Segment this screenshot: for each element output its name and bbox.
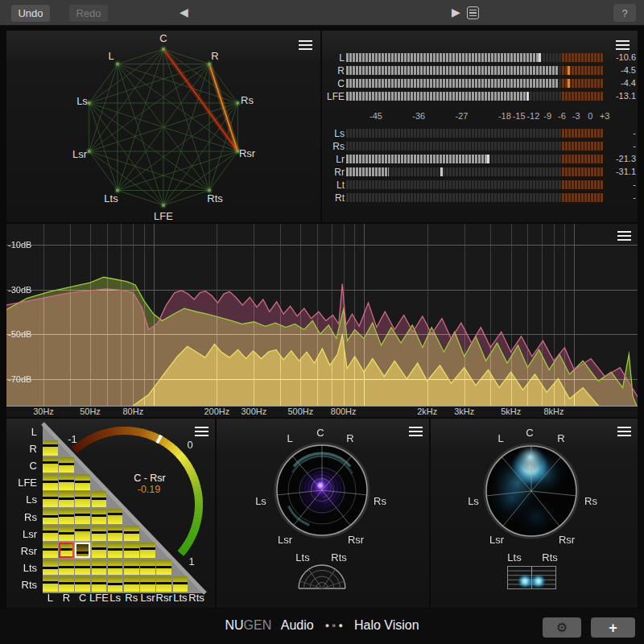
matrix-col-label-Lsr: Lsr bbox=[140, 592, 155, 604]
add-module-button[interactable]: + bbox=[591, 617, 635, 638]
meter-label-Rr: Rr bbox=[322, 167, 345, 178]
meters-menu-icon[interactable] bbox=[616, 40, 630, 50]
meter-bar-LFE bbox=[346, 92, 604, 101]
scope2-menu-icon[interactable] bbox=[617, 427, 631, 436]
matrix-cell-LFE-Rsr[interactable] bbox=[92, 543, 107, 558]
freq-axis-label: 30Hz bbox=[33, 407, 54, 416]
freq-axis-label: 200Hz bbox=[204, 407, 229, 416]
meter-scale-tick: -36 bbox=[412, 111, 425, 121]
db-axis-label: -50dB bbox=[8, 329, 31, 339]
surround-scope-display bbox=[217, 419, 429, 608]
matrix-cell-C-Lsr[interactable] bbox=[75, 526, 90, 541]
matrix-cell-Rs-Rsr[interactable] bbox=[124, 543, 139, 558]
matrix-cell-R-Lts[interactable] bbox=[59, 559, 74, 575]
matrix-cell-Lsr-Rsr[interactable] bbox=[140, 543, 155, 558]
meter-label-Ls: Ls bbox=[322, 128, 345, 139]
matrix-col-label-C: C bbox=[79, 592, 86, 604]
matrix-cell-Lts-Rts[interactable] bbox=[173, 576, 188, 592]
meter-scale-tick: -12 bbox=[526, 111, 539, 121]
meter-bar-Lr bbox=[346, 155, 604, 163]
meter-scale-tick: -18 bbox=[498, 111, 511, 121]
matrix-cell-LFE-Lts[interactable] bbox=[92, 559, 107, 575]
matrix-row-label-Rs: Rs bbox=[6, 511, 37, 523]
matrix-cell-L-Rts[interactable] bbox=[43, 576, 58, 592]
matrix-cell-C-LFE[interactable] bbox=[75, 474, 90, 489]
correlation-matrix: LRCLFELsRsLsrRsrLtsRtsLRCLFELsRsLsrRsrLt… bbox=[6, 419, 215, 608]
matrix-cell-R-Rts[interactable] bbox=[59, 576, 74, 592]
matrix-cell-Lsr-Lts[interactable] bbox=[140, 559, 155, 575]
matrix-cell-Rs-Lts[interactable] bbox=[124, 559, 139, 575]
matrix-cell-R-Rs[interactable] bbox=[59, 509, 74, 524]
matrix-cell-Rs-Rts[interactable] bbox=[124, 576, 139, 592]
meter-value-Rr: -31.1 bbox=[602, 167, 636, 176]
matrix-col-label-Ls: Ls bbox=[109, 592, 121, 604]
matrix-cell-Ls-Lts[interactable] bbox=[108, 559, 123, 575]
freq-axis-label: 500Hz bbox=[287, 407, 313, 416]
meter-value-Rs: - bbox=[602, 141, 636, 151]
matrix-menu-icon[interactable] bbox=[195, 427, 208, 436]
meter-label-L: L bbox=[322, 52, 345, 64]
matrix-cell-R-Ls[interactable] bbox=[59, 491, 74, 506]
matrix-cell-C-Rsr[interactable] bbox=[75, 543, 90, 558]
skip-back-icon[interactable]: ◀ bbox=[180, 6, 188, 19]
matrix-cell-L-R[interactable] bbox=[43, 440, 58, 456]
play-icon[interactable]: ▶ bbox=[452, 6, 460, 19]
matrix-cell-Ls-Rts[interactable] bbox=[108, 576, 123, 592]
matrix-col-label-Rs: Rs bbox=[125, 592, 138, 604]
spectrum-panel: 30Hz50Hz80Hz200Hz300Hz500Hz800Hz2kHz3kHz… bbox=[6, 224, 638, 417]
redo-button[interactable]: Redo bbox=[69, 5, 108, 22]
matrix-cell-LFE-Lsr[interactable] bbox=[92, 526, 107, 541]
meter-value-C: -4.4 bbox=[602, 78, 636, 88]
matrix-cell-Rsr-Lts[interactable] bbox=[156, 559, 171, 575]
matrix-cell-L-Rsr[interactable] bbox=[43, 543, 58, 558]
brand-dot: ● bbox=[325, 621, 329, 630]
matrix-cell-R-LFE[interactable] bbox=[59, 474, 74, 489]
matrix-cell-C-Rts[interactable] bbox=[75, 576, 90, 592]
undo-button[interactable]: Undo bbox=[11, 5, 50, 22]
matrix-cell-C-Rs[interactable] bbox=[75, 509, 90, 524]
freq-axis-label: 5kHz bbox=[501, 407, 521, 416]
db-axis-label: -10dB bbox=[8, 240, 31, 250]
matrix-cell-R-Rsr[interactable] bbox=[59, 543, 74, 558]
meter-value-Rt: - bbox=[602, 192, 636, 202]
meter-label-R: R bbox=[322, 65, 345, 76]
gauge-min-label: -1 bbox=[68, 433, 77, 445]
matrix-cell-L-Lsr[interactable] bbox=[43, 526, 58, 541]
matrix-cell-LFE-Rts[interactable] bbox=[92, 576, 107, 592]
matrix-cell-L-Lts[interactable] bbox=[43, 559, 58, 575]
settings-button[interactable]: ⚙ bbox=[543, 617, 581, 638]
matrix-col-label-LFE: LFE bbox=[89, 592, 109, 604]
matrix-cell-L-LFE[interactable] bbox=[43, 474, 58, 489]
matrix-col-label-Rts: Rts bbox=[188, 592, 204, 604]
matrix-cell-Ls-Rsr[interactable] bbox=[108, 543, 123, 558]
gauge-max-label: 1 bbox=[188, 555, 194, 568]
spectrum-menu-icon[interactable] bbox=[617, 231, 631, 241]
frequency-axis-strip bbox=[6, 406, 638, 417]
scope1-menu-icon[interactable] bbox=[409, 427, 423, 436]
web-menu-icon[interactable] bbox=[299, 40, 312, 50]
meter-label-Lt: Lt bbox=[322, 180, 345, 191]
matrix-cell-Rs-Lsr[interactable] bbox=[124, 526, 139, 541]
matrix-cell-LFE-Rs[interactable] bbox=[92, 509, 107, 524]
freq-axis-label: 2kHz bbox=[417, 407, 437, 416]
matrix-cell-Lsr-Rts[interactable] bbox=[140, 576, 155, 592]
help-button[interactable]: ? bbox=[613, 4, 636, 22]
matrix-cell-R-C[interactable] bbox=[59, 457, 74, 473]
matrix-cell-LFE-Ls[interactable] bbox=[92, 491, 107, 506]
matrix-cell-C-Ls[interactable] bbox=[75, 491, 90, 506]
matrix-cell-Ls-Rs[interactable] bbox=[108, 509, 123, 524]
freq-axis-label: 3kHz bbox=[454, 407, 474, 416]
matrix-cell-C-Lts[interactable] bbox=[75, 559, 90, 575]
matrix-row-label-LFE: LFE bbox=[6, 477, 37, 489]
matrix-cell-L-Rs[interactable] bbox=[43, 509, 58, 524]
matrix-col-label-Rsr: Rsr bbox=[156, 592, 172, 604]
matrix-row-label-L: L bbox=[6, 426, 37, 438]
matrix-cell-L-Ls[interactable] bbox=[43, 491, 58, 506]
matrix-cell-Rsr-Rts[interactable] bbox=[156, 576, 171, 592]
playlist-icon[interactable] bbox=[467, 6, 479, 19]
meter-label-Lr: Lr bbox=[322, 154, 345, 165]
meter-bar-L bbox=[346, 53, 604, 62]
matrix-cell-L-C[interactable] bbox=[43, 457, 58, 473]
matrix-cell-R-Lsr[interactable] bbox=[59, 526, 74, 541]
matrix-cell-Ls-Lsr[interactable] bbox=[108, 526, 123, 541]
